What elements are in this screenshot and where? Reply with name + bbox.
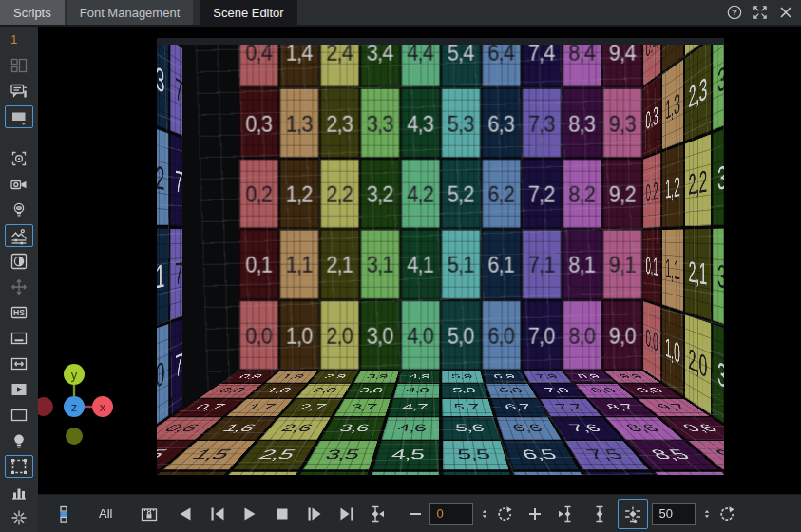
boxempty-icon <box>10 406 29 425</box>
x-axis-label: x <box>100 400 106 414</box>
go-to-start-button[interactable] <box>207 502 228 526</box>
scene-tile: 0,3 <box>238 87 279 158</box>
scene-tile: 2,1 <box>684 227 712 322</box>
frame-input[interactable] <box>429 503 473 525</box>
move-gizmo-tool[interactable] <box>5 276 33 298</box>
scene-tile: 7,2 <box>169 132 197 228</box>
frame-spinner[interactable] <box>479 502 490 526</box>
scene-settings-tool[interactable] <box>5 224 33 247</box>
scene-tile: 5,0 <box>441 299 482 370</box>
statistics-tool[interactable] <box>5 481 33 504</box>
keymid-icon <box>590 504 609 523</box>
scene-tile: 7,1 <box>522 229 563 299</box>
y-axis-label: y <box>71 368 78 382</box>
go-to-end-button[interactable] <box>336 502 357 526</box>
tab-scripts[interactable]: Scripts <box>0 0 65 25</box>
camera-view-tool[interactable] <box>5 173 33 196</box>
snapshot-tool[interactable] <box>5 147 33 170</box>
hs-mode-tool[interactable]: HS <box>5 301 33 324</box>
maximize-icon[interactable] <box>751 3 770 22</box>
auto-keyframe-button[interactable] <box>618 499 648 529</box>
z-axis-label: z <box>71 400 78 414</box>
scene-tile: 6,0 <box>481 299 522 370</box>
tab-scene-editor[interactable]: Scene Editor <box>200 0 296 25</box>
keyprev-icon <box>368 504 387 523</box>
annotation-info-tool[interactable] <box>5 80 33 103</box>
scene-tile: 9,4 <box>602 38 643 87</box>
scene-tile: 6,1 <box>157 226 169 333</box>
scene-tile: 1,4 <box>278 38 319 87</box>
scene-tile: 2,1 <box>319 229 360 299</box>
frame-reset-button[interactable] <box>494 502 515 526</box>
lock-keyframes-button[interactable] <box>139 502 160 526</box>
selection-box-tool[interactable] <box>5 455 33 478</box>
lighting-toggle-tool[interactable] <box>5 429 33 452</box>
info-icon <box>10 82 29 101</box>
speed-reset-button[interactable] <box>716 502 737 526</box>
previous-keyframe-button[interactable] <box>367 502 388 526</box>
tab-font-management[interactable]: Font Management <box>67 0 194 25</box>
scene-tile: 9,3 <box>219 74 238 159</box>
tool-sidebar: 1 HS <box>0 27 38 532</box>
render-area[interactable]: 0,41,42,43,44,45,46,47,48,49,40,31,32,33… <box>157 38 724 475</box>
scene-tile: 5,3 <box>441 87 482 158</box>
scene-tile: 6,2 <box>481 159 522 229</box>
scene-tile: 7,4 <box>522 38 563 87</box>
scene-tile: 6,3 <box>157 38 169 132</box>
scene-tile: 5,5 <box>441 440 511 470</box>
snap-grid-tool[interactable] <box>5 506 33 529</box>
decrement-frame-button[interactable] <box>405 502 426 526</box>
view-select-tool[interactable] <box>5 105 33 128</box>
axis-gizmo[interactable]: yzx <box>38 361 162 456</box>
scene-tile: 4,2 <box>400 159 441 229</box>
scene-tile: 9,0 <box>219 299 238 383</box>
scene-tile: 4,0 <box>400 299 441 370</box>
scene-tile: 3,3 <box>712 38 724 132</box>
neg-x-axis-dot[interactable] <box>38 397 53 416</box>
bounding-box-tool[interactable] <box>5 404 33 427</box>
scene-tile: 1,1 <box>661 228 684 314</box>
step-icon <box>305 504 324 523</box>
hs-icon: HS <box>10 303 29 322</box>
floor: 0,91,92,93,94,95,96,97,98,99,90,81,82,83… <box>157 370 724 475</box>
close-icon[interactable] <box>776 3 795 22</box>
aspect-ratio-tool[interactable] <box>5 352 33 375</box>
contrast-tool[interactable] <box>5 250 33 273</box>
neg-y-axis-dot[interactable] <box>66 428 83 445</box>
safe-frame-tool[interactable] <box>5 327 33 350</box>
speed-input[interactable] <box>652 503 696 525</box>
speed-spinner[interactable] <box>701 502 713 526</box>
scene-tile: 5,7 <box>441 398 495 417</box>
scene-tile: 3,2 <box>712 119 724 227</box>
scene-tile: 1,3 <box>278 87 319 158</box>
next-keyframe-button[interactable] <box>555 502 576 526</box>
scene-tile: 3,2 <box>359 159 400 229</box>
contrast-icon <box>10 252 29 271</box>
scene-tile: 1,0 <box>278 299 319 370</box>
increment-frame-button[interactable] <box>524 502 545 526</box>
layout-panels-tool[interactable] <box>5 54 33 77</box>
play-backward-button[interactable] <box>175 502 196 526</box>
track-display-toggle[interactable] <box>53 502 74 526</box>
light-view-tool[interactable] <box>5 199 33 221</box>
scene-tile: 7,3 <box>169 38 197 142</box>
page-number-label: 1 <box>10 32 38 47</box>
channel-filter[interactable]: All <box>99 502 112 526</box>
spin-icon <box>479 504 490 523</box>
step-forward-button[interactable] <box>304 502 325 526</box>
render-preview-tool[interactable] <box>5 378 33 401</box>
scene-tile: 3,9 <box>353 370 400 383</box>
expand-icon <box>752 4 769 21</box>
panels-icon <box>10 56 29 75</box>
insert-keyframe-button[interactable] <box>589 502 610 526</box>
play-forward-button[interactable] <box>239 502 260 526</box>
scene-tile: 7,3 <box>522 87 563 158</box>
scene-tile: 8,3 <box>562 87 602 158</box>
stop-button[interactable] <box>272 502 293 526</box>
scene-tile: 5,6 <box>441 417 502 441</box>
scene-tile: 9,1 <box>602 229 643 299</box>
scene-tile: 2,3 <box>319 87 360 158</box>
scene-viewport[interactable]: 0,41,42,43,44,45,46,47,48,49,40,31,32,33… <box>38 27 801 494</box>
help-icon[interactable]: ? <box>725 3 744 22</box>
scene-tile: 1,3 <box>661 58 684 152</box>
